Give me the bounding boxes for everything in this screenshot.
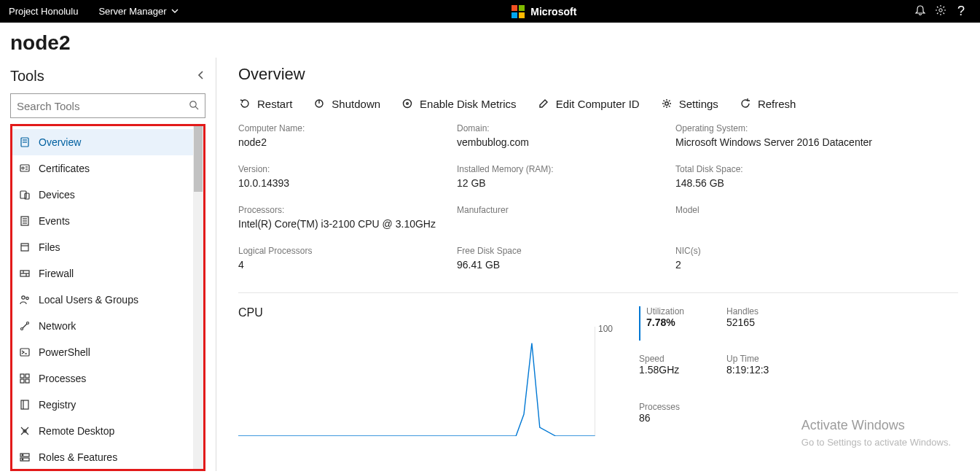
enable-disk-metrics-button[interactable]: Enable Disk Metrics bbox=[401, 97, 517, 110]
sidebar-item-powershell[interactable]: PowerShell bbox=[12, 339, 203, 365]
notification-icon[interactable] bbox=[910, 4, 930, 19]
info-cell: Manufacturer bbox=[457, 205, 668, 230]
sidebar-item-network[interactable]: Network bbox=[12, 313, 203, 339]
cpu-stats: Utilization7.78%Handles52165Speed1.58GHz… bbox=[639, 306, 828, 436]
sidebar-item-processes[interactable]: Processes bbox=[12, 365, 203, 392]
refresh-icon bbox=[739, 97, 752, 110]
sidebar-item-registry[interactable]: Registry bbox=[12, 392, 203, 418]
svg-point-4 bbox=[939, 8, 942, 11]
sidebar-item-label: Files bbox=[39, 241, 60, 253]
edit-computer-id-button[interactable]: Edit Computer ID bbox=[537, 97, 640, 110]
info-cell: Computer Name:node2 bbox=[238, 123, 450, 148]
settings-button[interactable]: Settings bbox=[660, 97, 718, 110]
svg-point-44 bbox=[407, 103, 409, 105]
help-icon[interactable]: ? bbox=[951, 4, 971, 19]
cpu-chart: 100 bbox=[238, 327, 595, 436]
page-title: node2 bbox=[0, 23, 980, 58]
cpu-stat-label: Utilization bbox=[646, 306, 719, 316]
info-cell: Model bbox=[675, 205, 958, 230]
toolbar-label: Edit Computer ID bbox=[556, 98, 640, 110]
info-value: 4 bbox=[238, 259, 450, 271]
sidebar-item-label: Local Users & Groups bbox=[39, 294, 138, 306]
cpu-stat-value: 8:19:12:3 bbox=[726, 364, 828, 376]
svg-rect-30 bbox=[20, 374, 24, 378]
sidebar-scroll-thumb[interactable] bbox=[194, 126, 203, 192]
sidebar-item-remote-desktop[interactable]: Remote Desktop bbox=[12, 418, 203, 444]
gear-icon bbox=[660, 97, 673, 110]
cpu-stat-value: 52165 bbox=[726, 316, 828, 328]
cpu-stat-label: Processes bbox=[639, 402, 719, 412]
restart-icon bbox=[238, 97, 251, 110]
restart-button[interactable]: Restart bbox=[238, 97, 292, 110]
shutdown-button[interactable]: Shutdown bbox=[313, 97, 380, 110]
microsoft-logo: Microsoft bbox=[511, 5, 576, 18]
edit-icon bbox=[537, 97, 550, 110]
info-label: NIC(s) bbox=[675, 246, 958, 256]
info-cell: Version:10.0.14393 bbox=[238, 164, 450, 189]
main-panel: Overview RestartShutdownEnable Disk Metr… bbox=[216, 58, 980, 471]
tools-list: OverviewCertificatesDevicesEventsFilesFi… bbox=[12, 129, 203, 470]
sidebar-item-label: Network bbox=[39, 320, 76, 332]
info-cell: Logical Processors4 bbox=[238, 246, 450, 271]
info-label: Version: bbox=[238, 164, 450, 174]
sidebar-item-files[interactable]: Files bbox=[12, 234, 203, 260]
processes-icon bbox=[18, 372, 31, 385]
sidebar-item-events[interactable]: Events bbox=[12, 208, 203, 234]
info-label: Model bbox=[675, 205, 958, 215]
tools-highlight-box: OverviewCertificatesDevicesEventsFilesFi… bbox=[10, 124, 205, 471]
info-value: 96.41 GB bbox=[457, 259, 668, 271]
info-value: 2 bbox=[675, 259, 958, 271]
overview-icon bbox=[18, 136, 31, 149]
toolbar-label: Refresh bbox=[758, 98, 796, 110]
svg-point-25 bbox=[26, 297, 28, 299]
cpu-stat-label: Speed bbox=[639, 354, 719, 364]
svg-rect-13 bbox=[20, 191, 26, 198]
overview-toolbar: RestartShutdownEnable Disk MetricsEdit C… bbox=[238, 97, 958, 110]
gear-icon[interactable] bbox=[930, 4, 951, 19]
refresh-button[interactable]: Refresh bbox=[739, 97, 796, 110]
info-grid: Computer Name:node2Domain:vembublog.comO… bbox=[238, 123, 958, 271]
cpu-stat-value: 86 bbox=[639, 412, 719, 424]
sidebar-item-roles-features[interactable]: Roles & Features bbox=[12, 444, 203, 470]
sidebar-item-overview[interactable]: Overview bbox=[12, 129, 203, 155]
info-cell: NIC(s)2 bbox=[675, 246, 958, 271]
svg-rect-34 bbox=[21, 400, 28, 409]
svg-rect-0 bbox=[511, 5, 517, 11]
sidebar-item-firewall[interactable]: Firewall bbox=[12, 260, 203, 287]
info-value: Microsoft Windows Server 2016 Datacenter bbox=[675, 136, 958, 148]
tools-sidebar: Tools OverviewCertificatesDevicesEventsF… bbox=[0, 58, 216, 471]
info-cell: Processors:Intel(R) Core(TM) i3-2100 CPU… bbox=[238, 205, 450, 230]
info-value: vembublog.com bbox=[457, 136, 668, 148]
cpu-section: CPU 100 Utilization7.78%Handles52165Spee… bbox=[238, 292, 958, 436]
toolbar-label: Shutdown bbox=[332, 98, 380, 110]
search-icon bbox=[189, 100, 199, 112]
sidebar-item-label: Roles & Features bbox=[39, 451, 117, 463]
svg-rect-3 bbox=[519, 12, 525, 18]
info-value: 10.0.14393 bbox=[238, 177, 450, 189]
svg-rect-33 bbox=[26, 379, 29, 383]
info-value: 12 GB bbox=[457, 177, 668, 189]
svg-rect-32 bbox=[20, 379, 24, 383]
search-tools-wrap[interactable] bbox=[10, 93, 205, 118]
sidebar-scrollbar[interactable] bbox=[193, 126, 203, 469]
files-icon bbox=[18, 241, 31, 254]
info-cell: Operating System:Microsoft Windows Serve… bbox=[675, 123, 958, 148]
watermark-subtitle: Go to Settings to activate Windows. bbox=[801, 436, 951, 449]
search-tools-input[interactable] bbox=[17, 100, 189, 112]
sidebar-item-label: Processes bbox=[39, 373, 86, 384]
svg-rect-19 bbox=[21, 244, 28, 251]
tools-heading: Tools bbox=[10, 68, 44, 85]
info-cell: Installed Memory (RAM):12 GB bbox=[457, 164, 668, 189]
info-cell: Total Disk Space:148.56 GB bbox=[675, 164, 958, 189]
info-label: Total Disk Space: bbox=[675, 164, 958, 174]
certificates-icon bbox=[18, 162, 31, 175]
server-manager-dropdown[interactable]: Server Manager bbox=[98, 6, 178, 17]
info-label: Computer Name: bbox=[238, 123, 450, 133]
sidebar-item-devices[interactable]: Devices bbox=[12, 182, 203, 208]
collapse-sidebar-icon[interactable] bbox=[197, 70, 205, 83]
sidebar-item-certificates[interactable]: Certificates bbox=[12, 155, 203, 182]
brand-label[interactable]: Project Honolulu bbox=[9, 6, 78, 17]
sidebar-item-local-users-groups[interactable]: Local Users & Groups bbox=[12, 287, 203, 313]
sidebar-item-label: Remote Desktop bbox=[39, 425, 114, 437]
info-value: 148.56 GB bbox=[675, 177, 958, 189]
